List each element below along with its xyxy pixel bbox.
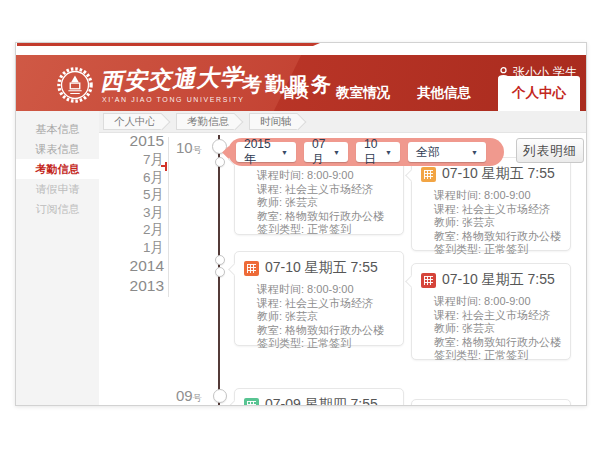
type-dropdown[interactable]: 全部▼ xyxy=(408,142,486,162)
day-marker-10: 10号 xyxy=(176,139,202,157)
nav-item-other-info[interactable]: 其他信息 xyxy=(417,84,471,111)
attendance-card[interactable] xyxy=(411,399,571,406)
timeline-scale-item[interactable]: 5月 xyxy=(112,186,164,204)
attendance-card[interactable]: 07-10 星期五 7:55课程时间: 8:00-9:00课程: 社会主义市场经… xyxy=(411,157,571,251)
list-detail-button[interactable]: 列表明细 xyxy=(516,138,584,163)
card-field: 签到类型: 正常签到 xyxy=(434,243,564,257)
attendance-service-window: 西安交通大学 XI'AN JIAO TONG UNIVERSITY 考勤服务 张… xyxy=(15,42,587,406)
sidebar-item-basic-info[interactable]: 基本信息 xyxy=(16,119,99,139)
card-field: 课程时间: 8:00-9:00 xyxy=(257,283,397,297)
breadcrumb: 个人中心 考勤信息 时间轴 xyxy=(99,111,586,133)
month-dropdown[interactable]: 07月▼ xyxy=(304,142,348,162)
timeline-node-icon xyxy=(215,267,225,277)
main-nav: 首页 教室情况 其他信息 个人中心 xyxy=(282,76,580,111)
timeline-scale-item[interactable]: 2014 xyxy=(112,256,164,276)
card-field: 课程: 社会主义市场经济 xyxy=(257,297,397,311)
year-dropdown[interactable]: 2015年▼ xyxy=(236,142,296,162)
sidebar-item-subscription-info[interactable]: 订阅信息 xyxy=(16,199,99,219)
date-filter-bubble: 2015年▼ 07月▼ 10日▼ 全部▼ xyxy=(228,138,504,166)
card-field: 教师: 张芸京 xyxy=(434,322,564,336)
chevron-down-icon: ▼ xyxy=(333,149,340,156)
card-header: 07-10 星期五 7:55 xyxy=(235,252,403,280)
timeline-node-icon xyxy=(215,157,225,167)
card-field: 签到类型: 正常签到 xyxy=(257,223,397,237)
card-field: 教室: 格物致知行政办公楼 xyxy=(434,230,564,244)
card-header: 07-09 星期四 7:55 xyxy=(235,389,403,406)
attendance-stamp-icon xyxy=(244,261,259,276)
timeline-scale-item[interactable]: 2月 xyxy=(112,221,164,239)
breadcrumb-personal-center[interactable]: 个人中心 xyxy=(103,113,162,130)
card-field: 课程: 社会主义市场经济 xyxy=(257,183,397,197)
card-field: 课程: 社会主义市场经济 xyxy=(434,309,564,323)
attendance-card[interactable]: 07-10 星期五 7:55课程时间: 8:00-9:00课程: 社会主义市场经… xyxy=(234,251,404,346)
university-name-en: XI'AN JIAO TONG UNIVERSITY xyxy=(102,96,245,103)
attendance-card[interactable]: 07-09 星期四 7:55 xyxy=(234,388,404,406)
nav-item-classrooms[interactable]: 教室情况 xyxy=(336,84,390,111)
chevron-down-icon: ▼ xyxy=(281,149,288,156)
timeline-scale-item[interactable]: 2013 xyxy=(112,276,164,296)
card-header: 07-10 星期五 7:55 xyxy=(412,264,570,292)
chevron-down-icon: ▼ xyxy=(471,149,478,156)
timeline-scale: 20157月6月5月3月2月1月20142013 xyxy=(112,131,164,296)
card-field: 签到类型: 正常签到 xyxy=(257,337,397,351)
card-field: 签到类型: 正常签到 xyxy=(434,349,564,363)
top-accent-line xyxy=(17,43,320,46)
timeline-scale-divider xyxy=(168,137,169,297)
timeline-scale-item[interactable]: 6月 xyxy=(112,169,164,187)
nav-item-home[interactable]: 首页 xyxy=(282,84,309,111)
card-field: 课程时间: 8:00-9:00 xyxy=(257,169,397,183)
university-emblem-icon xyxy=(56,66,94,104)
card-date-title: 07-10 星期五 7:55 xyxy=(265,259,378,277)
card-date-title: 07-10 星期五 7:55 xyxy=(442,165,555,183)
day-dropdown[interactable]: 10日▼ xyxy=(356,142,400,162)
card-body: 课程时间: 8:00-9:00课程: 社会主义市场经济教师: 张芸京教室: 格物… xyxy=(412,186,570,263)
card-field: 教师: 张芸京 xyxy=(257,310,397,324)
breadcrumb-timeline[interactable]: 时间轴 xyxy=(249,113,298,130)
timeline-scale-item[interactable]: 7月 xyxy=(112,151,164,169)
sidebar-item-attendance-info[interactable]: 考勤信息 xyxy=(16,159,99,179)
sidebar-item-schedule-info[interactable]: 课表信息 xyxy=(16,139,99,159)
card-field: 教师: 张芸京 xyxy=(257,196,397,210)
attendance-stamp-icon xyxy=(244,398,259,407)
attendance-card[interactable]: 07-10 星期五 7:55课程时间: 8:00-9:00课程: 社会主义市场经… xyxy=(411,263,571,360)
nav-tab-personal-center[interactable]: 个人中心 xyxy=(498,76,580,111)
card-body: 课程时间: 8:00-9:00课程: 社会主义市场经济教师: 张芸京教室: 格物… xyxy=(235,280,403,357)
sidebar: 基本信息 课表信息 考勤信息 请假申请 订阅信息 xyxy=(16,111,99,405)
card-field: 课程时间: 8:00-9:00 xyxy=(434,189,564,203)
attendance-stamp-icon xyxy=(421,167,436,182)
timeline-node-icon xyxy=(213,389,227,403)
day-marker-09: 09号 xyxy=(176,387,202,405)
card-body: 课程时间: 8:00-9:00课程: 社会主义市场经济教师: 张芸京教室: 格物… xyxy=(412,292,570,369)
timeline-scale-item[interactable]: 2015 xyxy=(112,131,164,151)
card-field: 教室: 格物致知行政办公楼 xyxy=(257,324,397,338)
card-field: 教室: 格物致知行政办公楼 xyxy=(434,336,564,350)
current-month-marker xyxy=(165,162,167,171)
timeline-node-icon xyxy=(215,255,225,265)
attendance-stamp-icon xyxy=(421,273,436,288)
card-field: 课程: 社会主义市场经济 xyxy=(434,203,564,217)
university-name-cn: 西安交通大学 xyxy=(100,61,245,97)
timeline-scale-item[interactable]: 1月 xyxy=(112,239,164,257)
breadcrumb-attendance-info[interactable]: 考勤信息 xyxy=(176,113,235,130)
card-date-title: 07-10 星期五 7:55 xyxy=(442,271,555,289)
card-field: 教室: 格物致知行政办公楼 xyxy=(257,210,397,224)
chevron-down-icon: ▼ xyxy=(385,149,392,156)
card-date-title: 07-09 星期四 7:55 xyxy=(265,396,378,406)
sidebar-item-leave-request[interactable]: 请假申请 xyxy=(16,179,99,199)
card-field: 课程时间: 8:00-9:00 xyxy=(434,295,564,309)
app-header: 西安交通大学 XI'AN JIAO TONG UNIVERSITY 考勤服务 张… xyxy=(16,55,586,111)
timeline-scale-item[interactable]: 3月 xyxy=(112,204,164,222)
card-field: 教师: 张芸京 xyxy=(434,216,564,230)
